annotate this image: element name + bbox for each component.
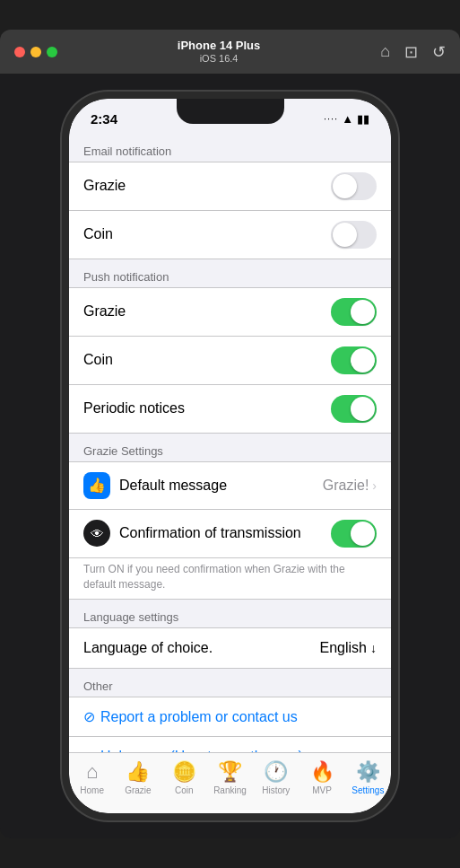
grazie-settings-group: 👍 Default message Grazie! › 👁 Confirmati… <box>69 461 391 601</box>
tab-home-label: Home <box>80 785 104 795</box>
tab-bar: ⌂ Home 👍 Grazie 🪙 Coin 🏆 Ranking <box>69 752 391 813</box>
default-message-value: Grazie! <box>323 478 369 494</box>
push-grazie-toggle[interactable] <box>331 298 377 326</box>
phone-device: 2:34 ···· ▲ ▮▮ Email notification Grazie <box>62 92 398 820</box>
close-button[interactable] <box>14 47 25 57</box>
push-coin-row: Coin <box>69 337 391 385</box>
settings-tab-icon: ⚙️ <box>356 760 380 784</box>
confirmation-label: Confirmation of transmission <box>119 525 331 541</box>
chevron-right-icon: › <box>372 478 377 493</box>
phone-frame: 2:34 ···· ▲ ▮▮ Email notification Grazie <box>0 74 460 838</box>
tab-home[interactable]: ⌂ Home <box>71 760 114 795</box>
default-message-row[interactable]: 👍 Default message Grazie! › <box>69 462 391 510</box>
notch <box>177 99 284 124</box>
tab-settings-label: Settings <box>352 785 384 795</box>
signal-icon: ···· <box>324 113 338 124</box>
email-notification-group: Grazie Coin <box>69 162 391 259</box>
tab-grazie-label: Grazie <box>125 785 151 795</box>
screen: 2:34 ···· ▲ ▮▮ Email notification Grazie <box>69 99 391 813</box>
push-coin-label: Coin <box>83 352 113 368</box>
language-settings-group: Language of choice. English ↓ <box>69 627 391 669</box>
chevron-down-icon: ↓ <box>370 641 377 655</box>
history-tab-icon: 🕐 <box>264 760 288 784</box>
push-grazie-label: Grazie <box>83 303 126 320</box>
report-problem-link[interactable]: ⊘ Report a problem or contact us <box>69 697 391 737</box>
tab-ranking-label: Ranking <box>213 785 247 795</box>
mvp-tab-icon: 🔥 <box>310 760 334 784</box>
push-notification-group: Grazie Coin Periodic notic <box>69 287 391 434</box>
email-coin-toggle[interactable] <box>331 221 377 249</box>
push-periodic-label: Periodic notices <box>83 400 185 416</box>
screenshot-icon[interactable]: ⊡ <box>404 42 418 62</box>
push-periodic-toggle[interactable] <box>331 395 377 423</box>
battery-icon: ▮▮ <box>357 112 369 126</box>
language-value: English <box>320 640 367 656</box>
toolbar-icons: ⌂ ⊡ ↺ <box>380 42 446 62</box>
push-grazie-row: Grazie <box>69 288 391 337</box>
ranking-tab-icon: 🏆 <box>218 760 242 784</box>
email-coin-label: Coin <box>83 226 113 242</box>
push-notification-header: Push notification <box>69 263 391 287</box>
tab-mvp[interactable]: 🔥 MVP <box>300 760 343 795</box>
wifi-icon: ▲ <box>342 112 353 126</box>
push-coin-toggle[interactable] <box>331 346 377 374</box>
tab-ranking[interactable]: 🏆 Ranking <box>208 760 251 795</box>
email-grazie-toggle[interactable] <box>331 172 377 200</box>
confirmation-row: 👁 Confirmation of transmission <box>69 510 391 558</box>
grazie-tab-icon: 👍 <box>126 760 150 784</box>
language-row[interactable]: Language of choice. English ↓ <box>69 628 391 668</box>
minimize-button[interactable] <box>30 47 41 57</box>
default-message-label: Default message <box>119 478 323 494</box>
maximize-button[interactable] <box>47 47 57 57</box>
language-settings-header: Language settings <box>69 603 391 627</box>
push-periodic-row: Periodic notices <box>69 385 391 433</box>
main-content: Email notification Grazie Coin <box>69 134 391 752</box>
email-grazie-label: Grazie <box>83 178 126 194</box>
tab-history-label: History <box>262 785 290 795</box>
device-title: iPhone 14 Plus iOS 16.4 <box>65 39 373 65</box>
tab-coin[interactable]: 🪙 Coin <box>162 760 205 795</box>
coin-tab-icon: 🪙 <box>172 760 196 784</box>
rotate-icon[interactable]: ↺ <box>432 42 446 62</box>
confirmation-toggle[interactable] <box>331 520 377 548</box>
tab-mvp-label: MVP <box>312 785 332 795</box>
report-icon: ⊘ <box>83 708 95 725</box>
tab-settings[interactable]: ⚙️ Settings <box>346 760 389 795</box>
help-page-link[interactable]: ⊘ Help page (How to use the app) <box>69 737 391 751</box>
status-time: 2:34 <box>91 111 117 127</box>
home-icon[interactable]: ⌂ <box>380 42 390 62</box>
email-grazie-row: Grazie <box>69 162 391 211</box>
traffic-lights <box>14 47 57 57</box>
other-header: Other <box>69 672 391 697</box>
eye-icon: 👁 <box>83 520 110 547</box>
tab-coin-label: Coin <box>175 785 194 795</box>
tab-grazie[interactable]: 👍 Grazie <box>117 760 160 795</box>
status-icons: ···· ▲ ▮▮ <box>324 112 369 126</box>
email-notification-header: Email notification <box>69 137 391 162</box>
other-group: ⊘ Report a problem or contact us ⊘ Help … <box>69 697 391 751</box>
thumb-icon: 👍 <box>83 472 110 499</box>
confirmation-hint: Turn ON if you need confirmation when Gr… <box>69 558 391 600</box>
mac-toolbar: iPhone 14 Plus iOS 16.4 ⌂ ⊡ ↺ <box>0 30 460 74</box>
home-tab-icon: ⌂ <box>86 760 98 784</box>
language-label: Language of choice. <box>83 640 320 656</box>
email-coin-row: Coin <box>69 211 391 259</box>
report-problem-text: Report a problem or contact us <box>100 709 298 725</box>
grazie-settings-header: Grazie Settings <box>69 437 391 461</box>
tab-history[interactable]: 🕐 History <box>255 760 298 795</box>
